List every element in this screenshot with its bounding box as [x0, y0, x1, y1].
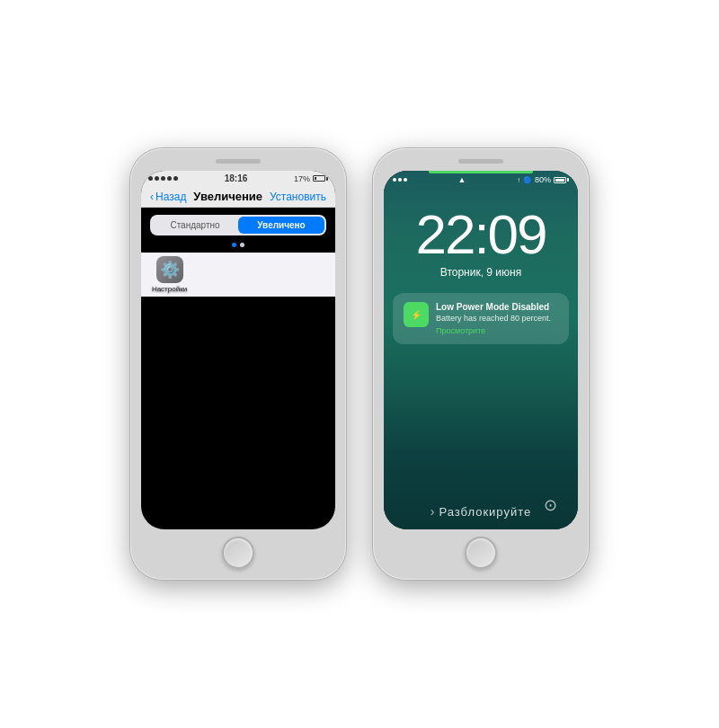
status-right-2: ↑ 🔵 80%	[517, 175, 569, 184]
lock-date: Вторник, 9 июня	[384, 266, 578, 279]
home-button-2[interactable]	[465, 537, 497, 569]
notification-card: ⚡ Low Power Mode Disabled Battery has re…	[393, 293, 569, 344]
app-settings[interactable]: ⚙️ Настройки	[148, 256, 191, 293]
settings-screen: 18:16 17% ‹ Назад Увеличен	[141, 171, 335, 297]
notif-icon: ⚡	[404, 302, 429, 327]
notif-text: Low Power Mode Disabled Battery has reac…	[436, 302, 558, 335]
phone-2-screen: ▲ ↑ 🔵 80% 22:09	[384, 171, 578, 529]
status-right: 17%	[294, 174, 328, 183]
wifi-icon: ▲	[458, 175, 466, 184]
battery-icon-2	[554, 177, 569, 183]
phone-speaker	[216, 159, 261, 164]
unlock-row: › Разблокируйте ⊙	[384, 493, 578, 529]
svg-text:⚡: ⚡	[411, 309, 422, 321]
battery-pct-2: 80%	[535, 175, 551, 184]
status-bar-1: 18:16 17%	[141, 171, 335, 186]
settings-row: ⚙️ Настройки	[141, 253, 335, 297]
battery-pct: 17%	[294, 174, 310, 183]
nav-bar: ‹ Назад Увеличение Установить	[141, 186, 335, 208]
phone-2: ▲ ↑ 🔵 80% 22:09	[373, 148, 589, 580]
lockscreen-content: ▲ ↑ 🔵 80% 22:09	[384, 171, 578, 529]
back-button[interactable]: ‹ Назад	[150, 191, 186, 203]
home-button-1[interactable]	[222, 537, 254, 569]
nav-title: Увеличение	[193, 190, 262, 203]
lockscreen: ▲ ↑ 🔵 80% 22:09	[384, 171, 578, 529]
status-time: 18:16	[225, 173, 248, 183]
nav-action[interactable]: Установить	[270, 191, 326, 203]
status-bar-2: ▲ ↑ 🔵 80%	[384, 171, 578, 189]
lock-time: 22:09	[384, 207, 578, 262]
phones-container: 18:16 17% ‹ Назад Увеличен	[130, 148, 589, 580]
signal-dots-2	[393, 178, 407, 182]
segment-control[interactable]: Стандартно Увеличено	[150, 215, 326, 235]
notif-link[interactable]: Просмотрите	[436, 326, 558, 335]
phone-1: 18:16 17% ‹ Назад Увеличен	[130, 148, 346, 580]
segment-standard[interactable]: Стандартно	[152, 217, 238, 234]
phone-1-screen: 18:16 17% ‹ Назад Увеличен	[141, 171, 335, 529]
signal-dots	[148, 176, 178, 181]
page-dots	[141, 243, 335, 247]
unlock-text: › Разблокируйте	[431, 504, 531, 519]
camera-icon[interactable]: ⊙	[544, 495, 565, 517]
battery-icon	[313, 175, 328, 182]
unlock-chevron: ›	[431, 504, 436, 519]
notif-title: Low Power Mode Disabled	[436, 302, 558, 312]
segment-zoomed[interactable]: Увеличено	[238, 217, 324, 234]
notif-body: Battery has reached 80 percent.	[436, 314, 558, 324]
phone-speaker-2	[458, 159, 503, 164]
